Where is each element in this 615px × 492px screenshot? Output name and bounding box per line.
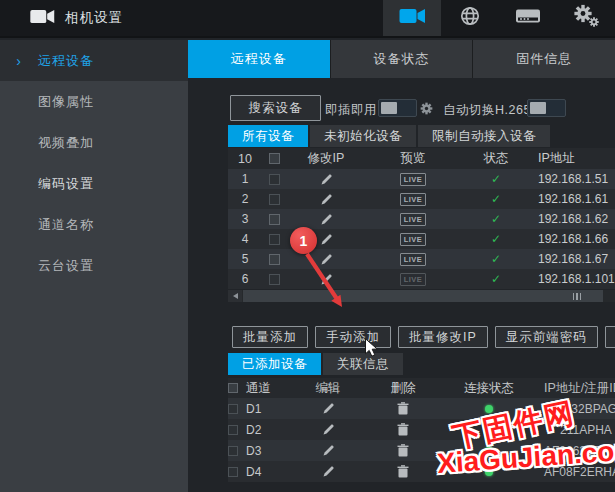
row-checkbox[interactable]	[228, 425, 238, 435]
tab-firmware-info[interactable]: 固件信息	[473, 40, 615, 78]
delete-trash-icon[interactable]	[364, 402, 442, 415]
sidebar-item-label: 视频叠加	[38, 134, 94, 152]
live-preview-button[interactable]: LIVE	[400, 213, 427, 226]
channel: D4	[244, 465, 292, 479]
delete-trash-icon[interactable]	[364, 444, 442, 457]
live-preview-button[interactable]: LIVE	[400, 273, 427, 286]
titlebar: 相机设置	[0, 0, 615, 38]
nav-camera-button[interactable]	[383, 0, 441, 36]
gear-icon[interactable]	[420, 101, 433, 119]
sidebar-item-video-overlay[interactable]: 视频叠加	[0, 122, 188, 163]
sidebar-item-label: 图像属性	[38, 93, 94, 111]
edit-icon[interactable]	[292, 402, 364, 415]
row-checkbox[interactable]	[228, 404, 238, 414]
delete-trash-icon[interactable]	[364, 423, 442, 436]
edit-ip-icon[interactable]	[286, 213, 366, 226]
edit-ip-icon[interactable]	[286, 273, 366, 286]
plug-and-play-label: 即插即用	[325, 102, 377, 119]
scrollbar-thumb[interactable]	[243, 290, 603, 302]
horizontal-scrollbar[interactable]	[228, 290, 615, 302]
tab-uninitialized-devices[interactable]: 未初始化设备	[310, 125, 416, 147]
plug-and-play-toggle[interactable]	[378, 99, 417, 117]
table-row: D3 AF06620RAG	[228, 440, 615, 461]
live-preview-button[interactable]: LIVE	[400, 253, 427, 266]
delete-trash-icon[interactable]	[364, 465, 442, 478]
manual-add-button[interactable]: 手动添加	[315, 326, 391, 348]
row-checkbox[interactable]	[269, 234, 280, 245]
col-status: 状态	[460, 150, 532, 167]
row-checkbox[interactable]	[269, 274, 280, 285]
row-checkbox[interactable]	[228, 467, 238, 477]
tab-all-devices[interactable]: 所有设备	[228, 125, 308, 147]
col-ip: IP地址	[532, 150, 615, 167]
col-connection-status: 连接状态	[442, 380, 536, 397]
status-check-icon: ✓	[460, 272, 532, 286]
ip-address: 192.168.1.61	[532, 192, 615, 206]
sidebar-item-remote-device[interactable]: › 远程设备	[0, 40, 188, 81]
main-content: 远程设备 设备状态 固件信息 搜索设备 即插即用 自动切换H.265 所有设备	[188, 38, 615, 492]
tab-device-status[interactable]: 设备状态	[331, 40, 474, 78]
table-row: 2 LIVE ✓ 192.168.1.61	[228, 189, 615, 209]
row-checkbox[interactable]	[269, 214, 280, 225]
nav-system-button[interactable]	[557, 0, 615, 36]
col-ip-or-register-id: IP地址/注册ID	[536, 380, 615, 397]
show-frontend-password-button[interactable]: 显示前端密码	[495, 326, 598, 348]
sidebar-item-label: 云台设置	[38, 257, 94, 275]
row-checkbox[interactable]	[269, 254, 280, 265]
edit-ip-icon[interactable]	[286, 173, 366, 186]
search-result-table: 10 修改IP 预览 状态 IP地址 1 LIVE ✓ 192.168.1.51…	[228, 148, 615, 289]
gears-icon	[571, 3, 601, 33]
table-row: D1 8F0732BPAG	[228, 398, 615, 419]
search-device-button[interactable]: 搜索设备	[230, 95, 321, 121]
select-all-checkbox[interactable]	[228, 383, 238, 393]
tab-linked-info[interactable]: 关联信息	[323, 353, 403, 375]
camera-login-button[interactable]: 相机登录	[605, 326, 615, 348]
col-delete: 删除	[364, 380, 442, 397]
row-checkbox[interactable]	[269, 194, 280, 205]
channel: D1	[244, 402, 292, 416]
sidebar-item-ptz-settings[interactable]: 云台设置	[0, 245, 188, 286]
online-status-dot	[485, 447, 493, 455]
row-checkbox[interactable]	[228, 446, 238, 456]
edit-icon[interactable]	[292, 444, 364, 457]
select-all-checkbox[interactable]	[269, 153, 280, 164]
tab-remote-device[interactable]: 远程设备	[188, 40, 331, 78]
nav-network-button[interactable]	[441, 0, 499, 36]
table-row: D2 211APHA	[228, 419, 615, 440]
edit-icon[interactable]	[292, 465, 364, 478]
online-status-dot	[485, 405, 493, 413]
sidebar-item-channel-name[interactable]: 通道名称	[0, 204, 188, 245]
nav-storage-button[interactable]	[499, 0, 557, 36]
row-number: 3	[228, 212, 262, 226]
edit-ip-icon[interactable]	[286, 253, 366, 266]
chevron-right-icon: ›	[0, 53, 38, 69]
row-number: 5	[228, 252, 262, 266]
device-count: 10	[228, 152, 262, 166]
live-preview-button[interactable]: LIVE	[400, 173, 427, 186]
row-number: 2	[228, 192, 262, 206]
page-title: 相机设置	[65, 9, 123, 27]
online-status-dot	[485, 468, 493, 476]
batch-modify-ip-button[interactable]: 批量修改IP	[398, 326, 488, 348]
batch-add-button[interactable]: 批量添加	[232, 326, 308, 348]
sidebar-item-encode-settings[interactable]: 编码设置	[0, 163, 188, 204]
ip-address: 192.168.1.62	[532, 212, 615, 226]
ip-address: 192.168.1.66	[532, 232, 615, 246]
step-annotation-badge: 1	[290, 227, 317, 254]
live-preview-button[interactable]: LIVE	[400, 233, 427, 246]
edit-ip-icon[interactable]	[286, 193, 366, 206]
live-preview-button[interactable]: LIVE	[400, 193, 427, 206]
edit-icon[interactable]	[292, 423, 364, 436]
camera-settings-window: 相机设置	[0, 0, 615, 492]
auto-h265-label: 自动切换H.265	[443, 102, 531, 119]
row-number: 4	[228, 232, 262, 246]
tab-added-devices[interactable]: 已添加设备	[228, 353, 321, 375]
scroll-left-button[interactable]	[228, 290, 242, 302]
register-id: 8F0732BPAG	[536, 402, 615, 416]
sidebar-item-image-properties[interactable]: 图像属性	[0, 81, 188, 122]
auto-h265-toggle[interactable]	[527, 99, 566, 117]
online-status-dot	[485, 426, 493, 434]
table-row: D4 AF08F2ERHA	[228, 461, 615, 482]
row-checkbox[interactable]	[269, 174, 280, 185]
tab-restrict-auto-access[interactable]: 限制自动接入设备	[418, 125, 550, 147]
